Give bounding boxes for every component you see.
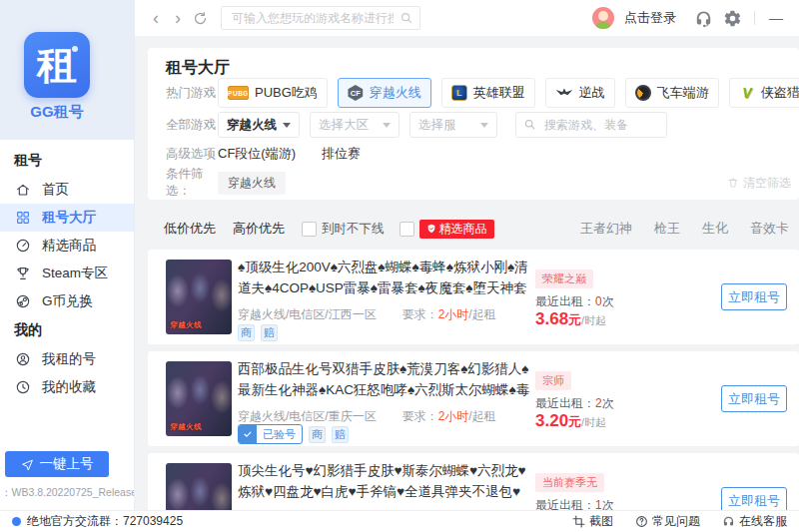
gta-icon: V: [739, 85, 755, 101]
listing-title[interactable]: 顶尖生化号♥幻影猎手皮肤♥斯泰尔蝴蝶♥六烈龙♥炼狱♥四盘龙♥白虎♥手斧镐♥全道具…: [238, 460, 533, 502]
screenshot-button[interactable]: 截图: [572, 513, 613, 530]
nav-forward-button[interactable]: ›: [167, 7, 189, 29]
game-button-label: 飞车端游: [657, 84, 709, 102]
one-key-login-button[interactable]: 一键上号: [5, 451, 109, 477]
ranked-match-option[interactable]: 排位赛: [322, 145, 361, 163]
trophy-icon: [15, 266, 31, 281]
filter-tag-shenghua[interactable]: 生化: [702, 220, 728, 238]
price-line: 3.20元/时起: [535, 411, 606, 431]
search-icon: [523, 118, 536, 131]
rocket-icon: [21, 458, 34, 471]
online-service-label: 在线客服: [739, 513, 787, 530]
featured-badge: 精选商品: [419, 220, 494, 239]
settings-gear-icon[interactable]: [723, 9, 742, 28]
listing-meta: 穿越火线/电信区/重庆一区 要求： 2小时 /起租: [238, 408, 496, 425]
grid-icon: [15, 210, 31, 226]
sidebar-item-favorites[interactable]: 我的收藏: [0, 373, 134, 401]
steam-coin-icon: [15, 293, 31, 309]
crossfire-icon: CF: [348, 85, 364, 101]
listing-thumbnail[interactable]: 穿越火线: [166, 260, 232, 334]
search-input[interactable]: [221, 6, 420, 30]
listing-card: 穿越火线 ♠顶级生化200V♠六烈盘♠蝴蝶♠毒蜂♠炼狱小刚♠清道夫♠4COP♠U…: [148, 250, 799, 344]
server-select-dropdown[interactable]: 选择服: [409, 112, 497, 138]
avatar[interactable]: [592, 7, 614, 29]
game-button-pubg[interactable]: PUBG PUBG吃鸡: [218, 78, 328, 108]
sort-high-price[interactable]: 高价优先: [233, 220, 285, 238]
checkbox[interactable]: [400, 222, 414, 237]
rent-now-button[interactable]: 立即租号: [721, 283, 787, 310]
price-currency: 元: [568, 312, 581, 327]
sidebar-item-home[interactable]: 首页: [0, 176, 134, 204]
clear-filters-button[interactable]: 清空筛选: [727, 175, 799, 192]
clock-icon: [15, 379, 31, 395]
sidebar-item-label: 租号大厅: [42, 209, 96, 227]
price-value: 3.20: [535, 411, 568, 430]
listing-title[interactable]: ♠顶级生化200V♠六烈盘♠蝴蝶♠毒蜂♠炼狱小刚♠清道夫♠4COP♠USP雷暴♠…: [238, 257, 533, 298]
faq-button[interactable]: 常见问题: [635, 513, 700, 530]
rent-count-line: 最近出租：2次: [535, 395, 614, 412]
require-suffix: /起租: [468, 408, 495, 425]
global-search: [221, 6, 420, 30]
require-label: 要求：: [402, 408, 438, 425]
search-icon: [400, 11, 413, 25]
sidebar-item-gcoin[interactable]: G币兑换: [0, 287, 134, 315]
login-button[interactable]: 点击登录: [624, 9, 676, 27]
sidebar-item-my-rentals[interactable]: 我租的号: [0, 345, 134, 373]
rank-badge: 当前赛季无: [535, 473, 604, 492]
listing-title[interactable]: 西部极品生化号双猎手皮肤♠荒漠刀客♠幻影猎人♠最新生化神器♠KAC狂怒咆哮♠六烈…: [238, 358, 533, 400]
nav-back-button[interactable]: ‹: [145, 7, 167, 29]
sidebar-item-rent-hall[interactable]: 租号大厅: [0, 204, 134, 232]
game-button-label: PUBG吃鸡: [255, 84, 318, 102]
customer-service-icon[interactable]: [694, 9, 713, 28]
filter-tag-qiangwang[interactable]: 枪王: [654, 220, 680, 238]
faq-label: 常见问题: [652, 513, 700, 530]
app-window: 租 GG租号 租号 首页 租号大厅 精选商品 Steam专区: [0, 0, 799, 532]
stay-online-label: 到时不下线: [322, 221, 385, 238]
region-select-dropdown[interactable]: 选择大区: [310, 112, 400, 138]
game-select-dropdown[interactable]: 穿越火线: [218, 112, 300, 138]
game-button-nizhan[interactable]: 逆战: [545, 78, 615, 108]
rent-count-unit: 次: [602, 396, 614, 410]
advanced-options-label: 高级选项: [166, 146, 218, 163]
trash-icon: [727, 177, 739, 189]
condition-filter-row: 条件筛选： 穿越火线 清空筛选: [166, 172, 799, 194]
sort-low-price[interactable]: 低价优先: [164, 220, 216, 238]
checkbox[interactable]: [302, 222, 317, 237]
cf-rank-option[interactable]: CF段位(端游): [218, 145, 296, 163]
filter-tag-yinxiaoka[interactable]: 音效卡: [750, 220, 789, 238]
verified-badge: 已验号: [238, 424, 303, 444]
game-button-gta[interactable]: V 侠盗猎车...: [729, 78, 799, 108]
merchant-tag: 商: [309, 426, 326, 443]
sidebar-section-mine: 我的: [0, 315, 134, 345]
sidebar-item-steam[interactable]: Steam专区: [0, 260, 134, 287]
clear-filters-label: 清空筛选: [743, 175, 791, 192]
listing-tags: 商 赔: [238, 323, 278, 341]
sort-bar: 低价优先 高价优先 到时不下线 精选商品 王者幻神 枪王 生化 音效卡: [148, 212, 799, 246]
all-games-row: 全部游戏 穿越火线 选择大区 选择服: [166, 112, 799, 138]
game-button-lol[interactable]: L 英雄联盟: [441, 78, 535, 108]
sidebar-item-label: 我的收藏: [42, 378, 96, 396]
rent-count-label: 最近出租：: [535, 396, 595, 410]
region-select-value: 选择大区: [319, 117, 369, 134]
chevron-down-icon: [383, 123, 391, 128]
rent-count-value: 2: [595, 396, 602, 410]
refresh-button[interactable]: [189, 7, 211, 29]
condition-filter-tag[interactable]: 穿越火线: [218, 172, 286, 195]
shield-check-icon: [426, 224, 436, 234]
speed-game-icon: [635, 85, 651, 101]
listing-thumbnail[interactable]: 穿越火线: [166, 361, 232, 436]
featured-filter[interactable]: 精选商品: [400, 220, 494, 239]
rank-badge: 荣耀之巅: [535, 269, 593, 288]
game-button-crossfire[interactable]: CF 穿越火线: [338, 78, 431, 108]
online-service-button[interactable]: 在线客服: [722, 513, 787, 530]
stay-online-filter[interactable]: 到时不下线: [302, 221, 385, 238]
minimize-button[interactable]: —: [767, 10, 785, 26]
filter-tag-wangzhe[interactable]: 王者幻神: [580, 220, 632, 238]
game-button-speed[interactable]: 飞车端游: [625, 78, 719, 108]
sidebar-item-featured[interactable]: 精选商品: [0, 232, 134, 260]
statusbar-actions: 截图 常见问题 在线客服: [572, 513, 787, 530]
rent-now-button[interactable]: 立即租号: [721, 385, 787, 412]
sidebar: 租 GG租号 租号 首页 租号大厅 精选商品 Steam专区: [0, 0, 135, 532]
equip-search-input[interactable]: [515, 112, 667, 138]
version-text: ：WB3.8.20220725_Release: [1, 486, 134, 500]
